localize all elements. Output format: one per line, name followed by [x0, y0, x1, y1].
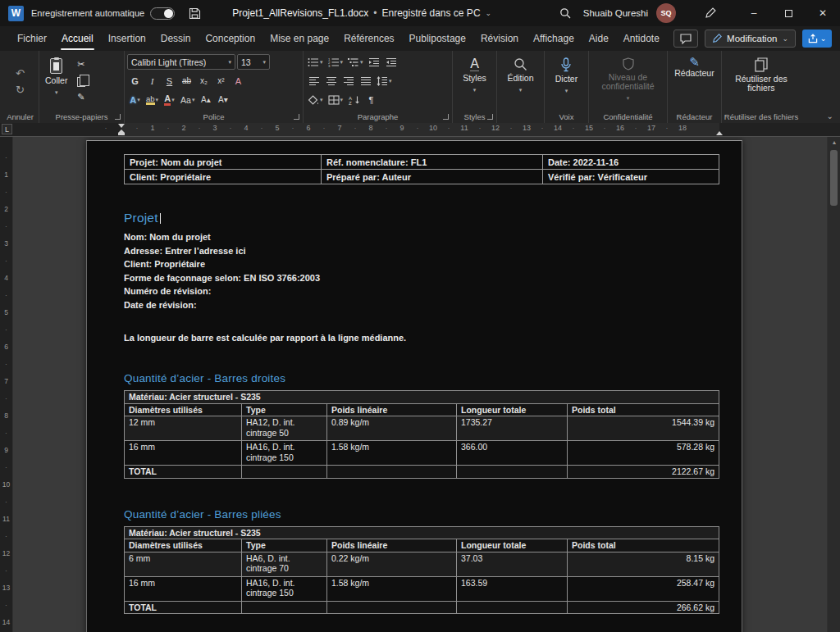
redo-button[interactable]: ↻ [12, 83, 28, 98]
page[interactable]: Projet: Nom du projet Réf. nomenclature:… [86, 140, 742, 632]
editor-button[interactable]: ✎ Rédacteur [671, 53, 717, 110]
data-cell[interactable]: 163.59 [457, 576, 568, 601]
tab-conception[interactable]: Conception [198, 26, 262, 51]
strikethrough-button[interactable]: ab [179, 74, 194, 89]
bold-button[interactable]: G [127, 74, 143, 89]
show-formatting-button[interactable]: ¶ [363, 93, 379, 107]
tab-insertion[interactable]: Insertion [101, 26, 153, 51]
tab-mise-en-page[interactable]: Mise en page [262, 26, 336, 51]
data-cell[interactable]: 6 mm [125, 552, 242, 576]
font-size-select[interactable]: 13 ▾ [237, 54, 270, 70]
tab-révision[interactable]: Révision [473, 26, 526, 51]
numbered-list-button[interactable]: 123 ▾ [326, 55, 345, 70]
dialog-launcher-icon[interactable] [443, 114, 449, 120]
font-name-select[interactable]: Calibri Light (Titres) ▾ [127, 54, 235, 70]
multilevel-list-button[interactable]: ▾ [346, 55, 365, 70]
data-cell[interactable]: HA12, D. int. cintrage 50 [242, 416, 327, 441]
dialog-launcher-icon[interactable] [294, 114, 299, 120]
avatar[interactable]: SQ [656, 3, 676, 23]
dialog-launcher-icon[interactable] [115, 114, 121, 120]
total-label-cell[interactable]: TOTAL [125, 466, 242, 479]
empty-cell[interactable] [457, 601, 568, 614]
paste-button[interactable]: Coller ▾ [42, 53, 71, 110]
borders-button[interactable]: ▾ [326, 93, 345, 107]
collapse-ribbon-button[interactable]: ⌄ [827, 111, 833, 120]
detail-line[interactable]: Client: Propriétaire [124, 257, 717, 271]
data-cell[interactable]: 16 mm [125, 576, 242, 601]
sort-button[interactable]: AZ [346, 93, 362, 107]
tab-aide[interactable]: Aide [582, 26, 616, 51]
close-button[interactable]: ✕ [806, 0, 840, 26]
edition-button[interactable]: Édition ▾ [504, 53, 536, 110]
data-cell[interactable]: 16 mm [125, 441, 242, 466]
tab-affichage[interactable]: Affichage [526, 26, 582, 51]
tab-selector[interactable]: L [2, 124, 12, 134]
undo-button[interactable]: ↶ [12, 66, 28, 81]
empty-cell[interactable] [242, 601, 327, 614]
underline-button[interactable]: S [162, 74, 177, 89]
clear-formatting-button[interactable]: A [231, 74, 246, 89]
data-cell[interactable]: HA16, D. int. cintrage 150 [242, 576, 327, 601]
tab-références[interactable]: Références [336, 26, 401, 51]
info-cell[interactable]: Réf. nomenclature: FL1 [322, 155, 543, 170]
tab-fichier[interactable]: Fichier [10, 26, 54, 51]
format-painter-button[interactable]: ✎ [73, 89, 89, 104]
data-cell[interactable]: 366.00 [457, 441, 568, 466]
data-cell[interactable]: HA6, D. int. cintrage 70 [242, 552, 327, 576]
superscript-button[interactable]: x² [213, 74, 229, 89]
empty-cell[interactable] [327, 601, 457, 614]
info-cell[interactable]: Projet: Nom du projet [125, 155, 322, 170]
first-line-indent-marker[interactable] [118, 124, 125, 128]
detail-line[interactable]: Adresse: Entrer l’adresse ici [124, 244, 717, 258]
empty-cell[interactable] [242, 466, 327, 479]
text-highlight-button[interactable]: ab▾ [144, 93, 160, 107]
autosave-toggle[interactable] [150, 7, 175, 20]
column-header-cell[interactable]: Longueur totale [457, 539, 568, 552]
dictate-button[interactable]: Dicter ▾ [552, 53, 581, 110]
data-cell[interactable]: 1.58 kg/m [327, 576, 457, 601]
data-cell[interactable]: 258.47 kg [568, 576, 719, 601]
font-color-button[interactable]: A▾ [162, 93, 177, 107]
cut-button[interactable]: ✂ [73, 57, 89, 71]
data-cell[interactable]: 0.89 kg/m [327, 416, 457, 441]
data-cell[interactable]: 578.28 kg [568, 441, 719, 466]
empty-cell[interactable] [327, 466, 457, 479]
data-cell[interactable]: 12 mm [125, 416, 242, 441]
document-title[interactable]: Projet1_AllRevisions_FL1.docx • Enregist… [232, 7, 491, 19]
shrink-font-button[interactable]: A▾ [215, 93, 231, 107]
change-case-button[interactable]: Aa▾ [179, 93, 196, 107]
material-cell[interactable]: Matériau: Acier structurel - S235 [125, 391, 719, 404]
column-header-cell[interactable]: Poids total [568, 539, 719, 552]
info-cell[interactable]: Client: Propriétaire [125, 170, 322, 184]
data-cell[interactable]: 1544.39 kg [568, 416, 719, 441]
scrollbar-thumb[interactable] [830, 150, 838, 206]
sensitivity-button[interactable]: Niveau de confidentialité ▾ [591, 53, 664, 110]
align-left-button[interactable] [306, 74, 322, 89]
comments-button[interactable] [673, 30, 698, 48]
vertical-scrollbar[interactable]: ▴ [827, 137, 840, 632]
detail-line[interactable]: Forme de façonnage selon: EN ISO 3766:20… [124, 271, 717, 285]
scroll-up-arrow[interactable]: ▴ [828, 139, 840, 146]
column-header-cell[interactable]: Poids linéaire [327, 403, 457, 416]
save-icon[interactable] [185, 3, 204, 23]
minimize-button[interactable]: – [737, 0, 771, 26]
dialog-launcher-icon[interactable] [487, 114, 493, 120]
ink-pen-icon[interactable] [701, 3, 720, 23]
steel-table-bent[interactable]: Matériau: Acier structurel - S235Diamètr… [124, 526, 719, 615]
text-effects-button[interactable]: A▾ [127, 93, 143, 107]
total-value-cell[interactable]: 266.62 kg [568, 601, 719, 614]
data-cell[interactable]: 1735.27 [457, 416, 568, 441]
justify-button[interactable] [358, 74, 373, 89]
decrease-indent-button[interactable] [367, 55, 382, 70]
column-header-cell[interactable]: Type [242, 403, 327, 416]
align-right-button[interactable] [340, 74, 356, 89]
search-icon[interactable] [555, 3, 575, 23]
copy-button[interactable] [73, 73, 89, 88]
tab-publipostage[interactable]: Publipostage [402, 26, 473, 51]
info-cell[interactable]: Préparé par: Auteur [322, 170, 543, 184]
user-name[interactable]: Shuaib Qureshi [583, 8, 648, 18]
detail-line[interactable]: Date de révision: [124, 298, 717, 312]
line-spacing-button[interactable]: ▾ [375, 74, 394, 89]
data-cell[interactable]: 0.22 kg/m [327, 552, 457, 576]
detail-line[interactable]: Numéro de révision: [124, 284, 717, 298]
